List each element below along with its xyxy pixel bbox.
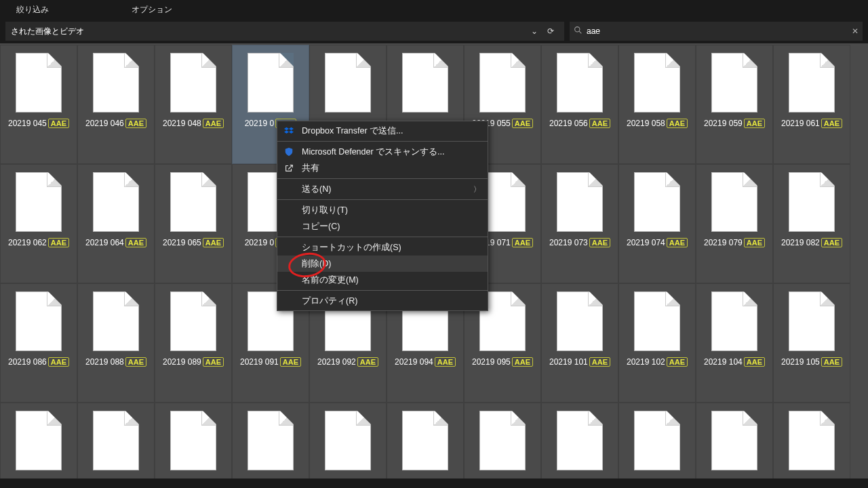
file-item[interactable]: 20219 046AAE [77,45,155,164]
file-item[interactable] [618,403,696,488]
file-item[interactable]: 20219 045AAE [0,45,77,164]
file-name: 20219 064 [85,238,124,247]
file-ext-badge: AAE [821,357,842,367]
ctx-rename[interactable]: 名前の変更(M) [277,272,488,288]
file-item[interactable]: 20219 088AAE [77,283,155,403]
file-name: 20219 079 [704,238,743,247]
file-icon [248,54,293,112]
file-icon [635,173,679,231]
chevron-down-icon[interactable]: ⌄ [526,22,542,40]
file-icon [171,411,216,470]
file-name: 20219 046 [85,119,124,128]
address-bar[interactable]: された画像とビデオ ⌄ ⟳ [5,22,564,41]
file-item[interactable]: 20219 048AAE [155,45,232,164]
file-item[interactable] [464,403,541,488]
file-item[interactable] [232,403,309,488]
ctx-defender-scan[interactable]: Microsoft Defender でスキャンする... [277,144,488,160]
file-label: 20219 059AAE [704,119,765,128]
ctx-share[interactable]: 共有 [277,160,488,176]
file-label: 20219 101AAE [549,357,610,367]
file-ext-badge: AAE [512,119,533,128]
file-ext-badge: AAE [512,238,533,247]
file-name: 20219 059 [704,119,743,128]
ctx-separator [277,199,488,200]
file-ext-badge: AAE [821,119,842,128]
clear-search-icon[interactable]: ✕ [852,26,859,36]
address-label: された画像とビデオ [11,26,526,37]
file-ext-badge: AAE [512,357,533,367]
file-item[interactable]: 20219 065AAE [155,164,232,283]
file-item[interactable]: 20219 086AAE [0,283,77,403]
file-item[interactable]: 20219 059AAE [696,45,773,164]
file-item[interactable] [155,403,232,488]
chevron-right-icon: 〉 [473,184,481,195]
file-name: 20219 092 [317,357,356,367]
file-item[interactable]: 20219 105AAE [773,283,850,403]
search-bar[interactable]: aae ✕ [570,22,863,41]
file-item[interactable]: 20219 073AAE [541,164,618,283]
ctx-cut[interactable]: 切り取り(T) [277,202,488,218]
ctx-copy[interactable]: コピー(C) [277,218,488,235]
file-icon [789,173,834,231]
file-item[interactable]: 20219 082AAE [773,164,850,283]
share-icon [283,163,295,173]
file-icon [557,292,602,350]
menu-filter[interactable]: 絞り込み [5,1,60,18]
ctx-dropbox-transfer[interactable]: Dropbox Transfer で送信... [277,123,488,139]
file-ext-badge: AAE [125,357,146,367]
file-ext-badge: AAE [667,357,688,367]
file-ext-badge: AAE [589,238,610,247]
file-item[interactable] [541,403,618,488]
ctx-separator [277,178,488,179]
file-label: 20219 092AAE [317,357,378,367]
file-ext-badge: AAE [203,238,224,247]
file-item[interactable] [773,403,850,488]
file-icon [789,292,834,350]
file-item[interactable]: 20219 064AAE [77,164,155,283]
file-name: 20219 062 [8,238,47,247]
file-ext-badge: AAE [48,357,69,367]
file-item[interactable] [0,403,77,488]
file-item[interactable] [309,403,387,488]
file-icon [248,411,293,470]
file-item[interactable] [696,403,773,488]
file-ext-badge: AAE [357,357,378,367]
file-icon [789,411,834,470]
file-icon [712,173,757,231]
file-item[interactable] [387,403,464,488]
file-icon [635,292,679,350]
file-ext-badge: AAE [125,119,146,128]
file-label: 20219 095AAE [472,357,533,367]
refresh-icon[interactable]: ⟳ [542,22,559,40]
file-icon [635,54,679,112]
ctx-create-shortcut[interactable]: ショートカットの作成(S) [277,239,488,256]
ctx-properties[interactable]: プロパティ(R) [277,293,488,309]
file-ext-badge: AAE [435,357,456,367]
file-name: 20219 101 [549,357,588,367]
file-name: 20219 061 [781,119,820,128]
search-icon [574,26,583,37]
file-icon [403,411,448,470]
file-name: 20219 073 [549,238,588,247]
file-item[interactable]: 20219 102AAE [618,283,696,403]
file-icon [94,173,138,231]
file-name: 20219 091 [240,357,279,367]
file-item[interactable] [77,403,155,488]
file-item[interactable]: 20219 104AAE [696,283,773,403]
file-name: 20219 0 [245,119,274,128]
file-item[interactable]: 20219 056AAE [541,45,618,164]
file-ext-badge: AAE [744,357,765,367]
file-item[interactable]: 20219 074AAE [618,164,696,283]
ctx-send-to[interactable]: 送る(N) 〉 [277,181,488,197]
file-icon [480,54,525,112]
file-item[interactable]: 20219 058AAE [618,45,696,164]
file-item[interactable]: 20219 101AAE [541,283,618,403]
ctx-delete[interactable]: 削除(D) [277,256,488,272]
file-item[interactable]: 20219 089AAE [155,283,232,403]
file-item[interactable]: 20219 079AAE [696,164,773,283]
file-item[interactable]: 20219 062AAE [0,164,77,283]
menu-options[interactable]: オプション [121,1,183,18]
file-name: 20219 065 [163,238,201,247]
file-icon [94,292,138,350]
file-item[interactable]: 20219 061AAE [773,45,850,164]
